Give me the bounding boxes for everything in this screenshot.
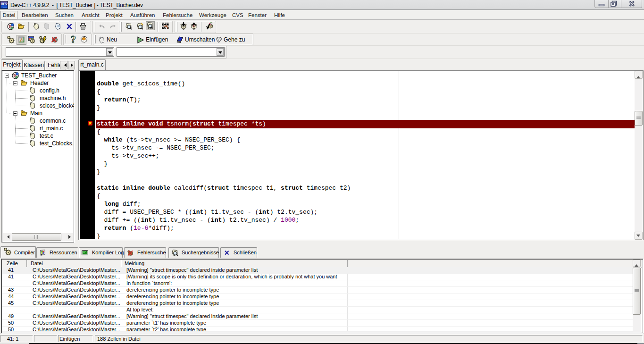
svg-text:C++: C++ <box>1 5 8 9</box>
svg-text:?: ? <box>71 35 76 43</box>
